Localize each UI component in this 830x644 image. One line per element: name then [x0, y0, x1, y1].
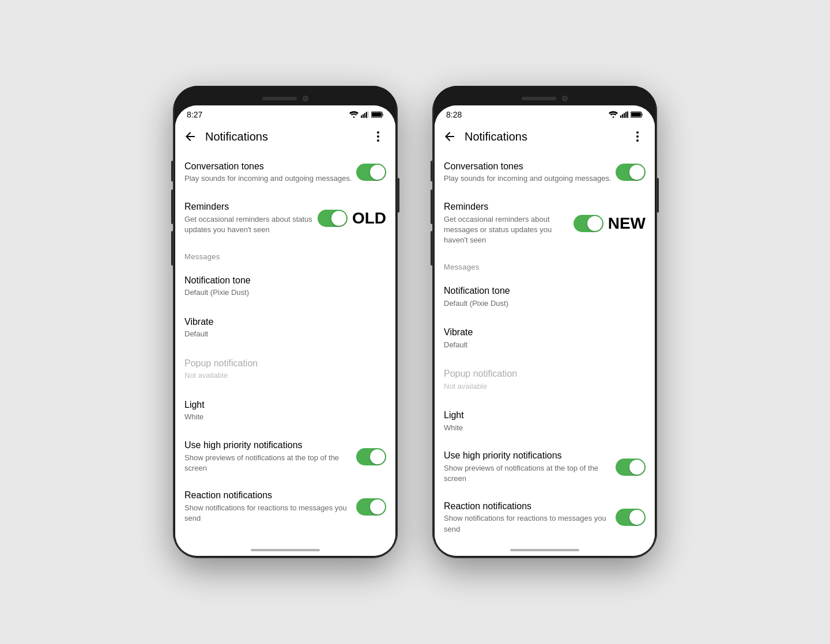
screen-new: 8:28	[435, 105, 655, 556]
setting-text-notification-tone-new: Notification tone Default (Pixie Dust)	[444, 285, 646, 309]
camera-old	[303, 96, 308, 101]
back-arrow-icon-new	[443, 130, 456, 143]
toggle-conversation-tones-new[interactable]	[616, 164, 646, 181]
more-button-new[interactable]	[625, 124, 650, 149]
more-button-old[interactable]	[365, 124, 391, 149]
setting-title-vibrate-new: Vibrate	[444, 327, 646, 339]
signal-icon-new	[620, 111, 628, 118]
setting-conversation-tones-old[interactable]: Conversation tones Play sounds for incom…	[175, 151, 395, 193]
screen-old: 8:27	[175, 105, 395, 556]
more-icon-old	[371, 130, 385, 143]
svg-rect-4	[368, 111, 369, 118]
setting-subtitle-popup-notification-old: Not available	[184, 370, 386, 381]
setting-text-reminders-old: Reminders Get occasional reminders about…	[184, 201, 318, 235]
setting-popup-notification-new: Popup notification Not available	[435, 359, 655, 400]
svg-rect-16	[631, 112, 641, 116]
setting-text-notification-tone-old: Notification tone Default (Pixie Dust)	[184, 275, 386, 298]
svg-rect-12	[624, 113, 625, 118]
toggle-reminders-new[interactable]	[574, 215, 603, 232]
status-bar-new: 8:28	[435, 105, 655, 122]
old-badge: OLD	[352, 209, 386, 228]
setting-title-high-priority-old: Use high priority notifications	[184, 440, 356, 452]
setting-notification-tone-old[interactable]: Notification tone Default (Pixie Dust)	[175, 266, 395, 307]
home-bar-new	[510, 549, 579, 551]
back-button-old[interactable]	[178, 124, 203, 149]
setting-text-popup-notification-new: Popup notification Not available	[444, 368, 646, 392]
svg-rect-11	[622, 114, 623, 118]
setting-text-conversation-tones-new: Conversation tones Play sounds for incom…	[444, 161, 616, 184]
svg-rect-10	[620, 115, 621, 118]
setting-light-new[interactable]: Light White	[435, 400, 655, 442]
speaker-old	[262, 97, 297, 100]
setting-text-popup-notification-old: Popup notification Not available	[184, 358, 386, 381]
setting-text-light-new: Light White	[444, 410, 646, 433]
toggle-conversation-tones-old[interactable]	[356, 164, 386, 181]
status-bar-old: 8:27	[175, 105, 395, 122]
speaker-new	[522, 97, 556, 100]
setting-subtitle-notification-tone-new: Default (Pixie Dust)	[444, 298, 646, 309]
toggle-reaction-notifications-new[interactable]	[616, 509, 646, 526]
setting-title-reaction-notifications-old: Reaction notifications	[184, 490, 356, 502]
setting-text-conversation-tones-old: Conversation tones Play sounds for incom…	[184, 161, 356, 184]
setting-subtitle-reminders-old: Get occasional reminders about status up…	[184, 214, 318, 235]
status-icons-new	[609, 111, 643, 118]
setting-text-vibrate-old: Vibrate Default	[184, 316, 386, 340]
setting-vibrate-old[interactable]: Vibrate Default	[175, 307, 395, 348]
setting-subtitle-reaction-notifications-old: Show notifications for reactions to mess…	[184, 503, 356, 524]
app-title-new: Notifications	[465, 130, 625, 143]
app-bar-old: Notifications	[175, 122, 395, 151]
setting-title-light-old: Light	[184, 399, 386, 411]
section-header-messages-new: Messages	[435, 253, 655, 276]
app-bar-new: Notifications	[435, 122, 655, 151]
svg-rect-14	[627, 111, 628, 118]
setting-reaction-notifications-new[interactable]: Reaction notifications Show notification…	[435, 493, 655, 543]
toggle-reminders-old[interactable]	[318, 210, 348, 227]
svg-point-19	[636, 139, 639, 142]
new-badge: NEW	[608, 214, 646, 233]
setting-text-reaction-notifications-old: Reaction notifications Show notification…	[184, 490, 356, 524]
notch-area-new	[432, 86, 657, 105]
svg-point-7	[377, 131, 379, 134]
more-icon-new	[631, 130, 644, 143]
setting-subtitle-vibrate-old: Default	[184, 329, 386, 339]
setting-notification-tone-new[interactable]: Notification tone Default (Pixie Dust)	[435, 276, 655, 317]
setting-subtitle-high-priority-new: Show previews of notifications at the to…	[444, 463, 616, 484]
svg-point-18	[636, 135, 639, 138]
status-time-new: 8:28	[446, 110, 462, 119]
setting-reaction-notifications-old[interactable]: Reaction notifications Show notification…	[175, 482, 395, 532]
svg-rect-2	[364, 113, 365, 118]
svg-point-17	[636, 131, 639, 134]
signal-icon-old	[361, 111, 369, 118]
home-indicator-old	[175, 544, 395, 556]
back-button-new[interactable]	[437, 124, 462, 149]
status-icons-old	[349, 111, 384, 118]
section-header-messages-old: Messages	[175, 243, 395, 266]
setting-text-light-old: Light White	[184, 399, 386, 423]
setting-title-vibrate-old: Vibrate	[184, 316, 386, 328]
setting-title-popup-notification-new: Popup notification	[444, 368, 646, 380]
setting-vibrate-new[interactable]: Vibrate Default	[435, 317, 655, 359]
setting-conversation-tones-new[interactable]: Conversation tones Play sounds for incom…	[435, 151, 655, 193]
toggle-high-priority-new[interactable]	[616, 459, 646, 476]
battery-icon-old	[371, 111, 384, 118]
setting-reminders-old[interactable]: Reminders Get occasional reminders about…	[175, 193, 395, 243]
setting-subtitle-light-old: White	[184, 412, 386, 422]
setting-title-high-priority-new: Use high priority notifications	[444, 450, 616, 462]
setting-high-priority-new[interactable]: Use high priority notifications Show pre…	[435, 442, 655, 492]
phone-old: 8:27	[173, 86, 398, 558]
setting-high-priority-old[interactable]: Use high priority notifications Show pre…	[175, 431, 395, 482]
notch-area-old	[173, 86, 398, 105]
setting-light-old[interactable]: Light White	[175, 390, 395, 431]
setting-subtitle-reminders-new: Get occasional reminders about messages …	[444, 214, 574, 246]
setting-title-reaction-notifications-new: Reaction notifications	[444, 501, 616, 513]
setting-reminders-new[interactable]: Reminders Get occasional reminders about…	[435, 193, 655, 253]
setting-title-reminders-old: Reminders	[184, 201, 318, 213]
svg-rect-13	[625, 112, 627, 118]
wifi-icon-old	[349, 111, 359, 118]
toggle-high-priority-old[interactable]	[356, 448, 386, 465]
status-time-old: 8:27	[187, 110, 202, 119]
toggle-reaction-notifications-old[interactable]	[356, 498, 386, 516]
camera-new	[562, 96, 568, 101]
setting-subtitle-conversation-tones-new: Play sounds for incoming and outgoing me…	[444, 173, 616, 184]
setting-text-high-priority-new: Use high priority notifications Show pre…	[444, 450, 616, 484]
